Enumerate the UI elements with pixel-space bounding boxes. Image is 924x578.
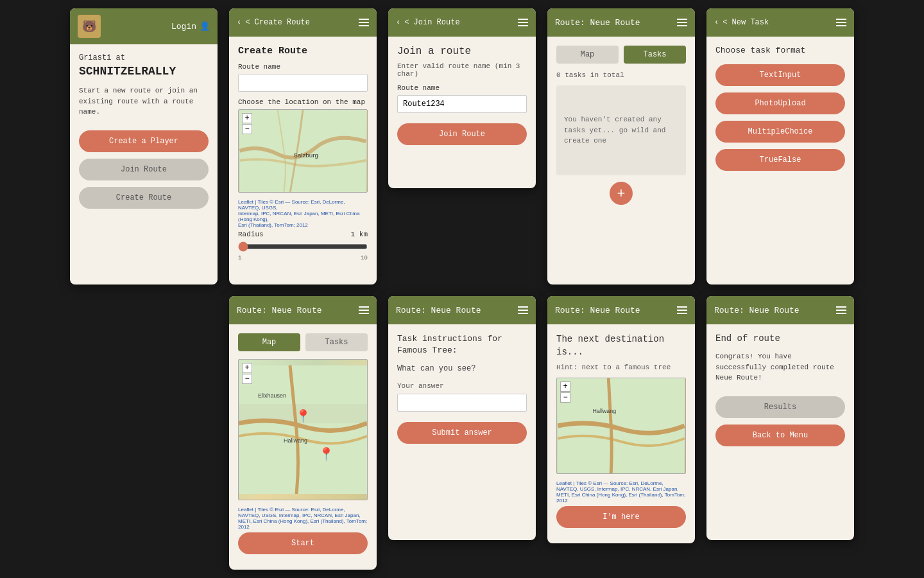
map-view-screen: Route: Neue Route Map Tasks xyxy=(229,296,377,570)
header-back-label: < Create Route xyxy=(245,18,310,27)
next-dest-header: Route: Neue Route xyxy=(547,296,695,324)
menu-icon[interactable] xyxy=(677,306,687,314)
tasks-header: Route: Neue Route xyxy=(547,8,695,37)
join-route-button[interactable]: Join Route xyxy=(79,159,209,180)
tab-bar: Map Tasks xyxy=(238,333,368,351)
answer-input[interactable] xyxy=(397,394,527,412)
route-name-label: Route name xyxy=(397,84,527,92)
menu-icon[interactable] xyxy=(359,19,369,26)
home-description: Start a new route or join an existing ro… xyxy=(79,85,209,118)
tasks-body: Map Tasks 0 tasks in total You haven't c… xyxy=(547,37,695,214)
range-max: 10 xyxy=(361,255,368,261)
header-back-area[interactable]: ‹ < Create Route xyxy=(237,18,310,27)
multiple-choice-button[interactable]: MultipleChoice xyxy=(715,121,845,143)
new-task-screen: ‹ < New Task Choose task format TextInpu… xyxy=(706,8,854,285)
new-task-body: Choose task format TextInput PhotoUpload… xyxy=(706,37,854,186)
map-view-header: Route: Neue Route xyxy=(229,296,377,324)
tab-tasks[interactable]: Tasks xyxy=(624,46,686,64)
svg-text:Hallwang: Hallwang xyxy=(593,408,617,414)
add-task-button[interactable]: + xyxy=(610,182,633,205)
login-label: Login xyxy=(171,22,196,31)
end-route-header: Route: Neue Route xyxy=(706,296,854,324)
login-area[interactable]: Login 👤 xyxy=(171,21,210,31)
map-view-body: Map Tasks Elixhausen Hallwang + xyxy=(229,324,377,570)
results-button[interactable]: Results xyxy=(715,396,845,418)
zoom-out-button[interactable]: − xyxy=(242,374,252,384)
svg-text:Hallwang: Hallwang xyxy=(284,437,307,444)
radius-label: Radius xyxy=(238,231,264,238)
answer-label: Your answer xyxy=(397,382,527,390)
create-route-title: Create Route xyxy=(238,46,368,57)
submit-answer-button[interactable]: Submit answer xyxy=(397,422,527,444)
create-route-header: ‹ < Create Route xyxy=(229,8,377,37)
app-logo: 🐻 xyxy=(78,15,101,38)
range-min: 1 xyxy=(238,255,241,261)
back-arrow-icon: ‹ xyxy=(714,18,719,27)
create-route-button[interactable]: Create Route xyxy=(79,187,209,209)
join-route-body: Join a route Enter valid route name (min… xyxy=(388,37,536,161)
next-destination-screen: Route: Neue Route The next destination i… xyxy=(547,296,695,543)
header-back-area[interactable]: ‹ < Join Route xyxy=(396,18,460,27)
map-controls: + − xyxy=(242,363,252,384)
task-header-title: Route: Neue Route xyxy=(396,306,481,315)
task-instructions-screen: Route: Neue Route Task instructions for … xyxy=(388,296,536,540)
svg-text:Salzburg: Salzburg xyxy=(293,152,318,159)
true-false-button[interactable]: TrueFalse xyxy=(715,149,845,171)
route-map: Elixhausen Hallwang + − 📍 📍 xyxy=(238,359,368,500)
back-arrow-icon: ‹ xyxy=(237,18,241,27)
tasks-count: 0 tasks in total xyxy=(556,71,686,79)
home-body: Griasti at SCHNITZELRALLY Start a new ro… xyxy=(70,44,218,224)
menu-icon[interactable] xyxy=(836,19,846,26)
join-route-button[interactable]: Join Route xyxy=(397,123,527,145)
tasks-empty-text: You haven't created any tasks yet... go … xyxy=(564,114,678,146)
greeting-text: Griasti at xyxy=(79,53,209,62)
task-instructions-header: Route: Neue Route xyxy=(388,296,536,324)
tab-map[interactable]: Map xyxy=(238,333,300,351)
join-route-screen: ‹ < Join Route Join a route Enter valid … xyxy=(388,8,536,188)
join-route-header: ‹ < Join Route xyxy=(388,8,536,37)
join-route-input[interactable] xyxy=(397,95,527,113)
menu-icon[interactable] xyxy=(518,306,528,314)
join-subtitle: Enter valid route name (min 3 char) xyxy=(397,62,527,78)
range-labels: 1 10 xyxy=(238,255,368,261)
zoom-in-button[interactable]: + xyxy=(560,381,570,392)
task-question: What can you see? xyxy=(397,364,527,373)
back-to-menu-button[interactable]: Back to Menu xyxy=(715,425,845,446)
tab-bar: Map Tasks xyxy=(556,46,686,64)
user-icon: 👤 xyxy=(200,21,210,31)
menu-icon[interactable] xyxy=(836,306,846,314)
task-instructions-body: Task instructions for Famous Tree: What … xyxy=(388,324,536,459)
header-back-area[interactable]: ‹ < New Task xyxy=(714,18,769,27)
zoom-in-button[interactable]: + xyxy=(242,113,252,123)
map-pin-1: 📍 xyxy=(295,408,311,425)
start-button[interactable]: Start xyxy=(238,532,368,554)
next-dest-map: Hallwang + − xyxy=(556,378,686,474)
map-controls: + − xyxy=(242,113,252,134)
create-player-button[interactable]: Create a Player xyxy=(79,130,209,152)
radius-row: Radius 1 km xyxy=(238,231,368,238)
new-task-header: ‹ < New Task xyxy=(706,8,854,37)
zoom-in-button[interactable]: + xyxy=(242,363,252,373)
text-input-button[interactable]: TextInput xyxy=(715,64,845,86)
tab-tasks[interactable]: Tasks xyxy=(305,333,368,351)
map-location-label: Choose the location on the map xyxy=(238,98,368,106)
radius-slider[interactable] xyxy=(238,241,368,252)
menu-icon[interactable] xyxy=(677,19,687,26)
next-dest-title: The next destination is... xyxy=(556,333,686,358)
header-back-label: < Join Route xyxy=(404,18,459,27)
menu-icon[interactable] xyxy=(518,19,528,26)
home-header: 🐻 Login 👤 xyxy=(70,8,218,44)
end-route-header-title: Route: Neue Route xyxy=(714,306,800,315)
im-here-button[interactable]: I'm here xyxy=(556,506,686,528)
join-title: Join a route xyxy=(397,46,527,57)
map-controls: + − xyxy=(560,381,570,403)
zoom-out-button[interactable]: − xyxy=(242,124,252,134)
menu-icon[interactable] xyxy=(359,306,369,314)
zoom-out-button[interactable]: − xyxy=(560,392,570,403)
leaflet-credit: Leaflet | Tiles © Esri — Source: Esri, D… xyxy=(238,199,368,228)
photo-upload-button[interactable]: PhotoUpload xyxy=(715,92,845,114)
radius-value: 1 km xyxy=(351,231,368,238)
create-route-body: Create Route Route name Choose the locat… xyxy=(229,37,377,270)
route-name-input[interactable] xyxy=(238,74,368,92)
tab-map[interactable]: Map xyxy=(556,46,619,64)
